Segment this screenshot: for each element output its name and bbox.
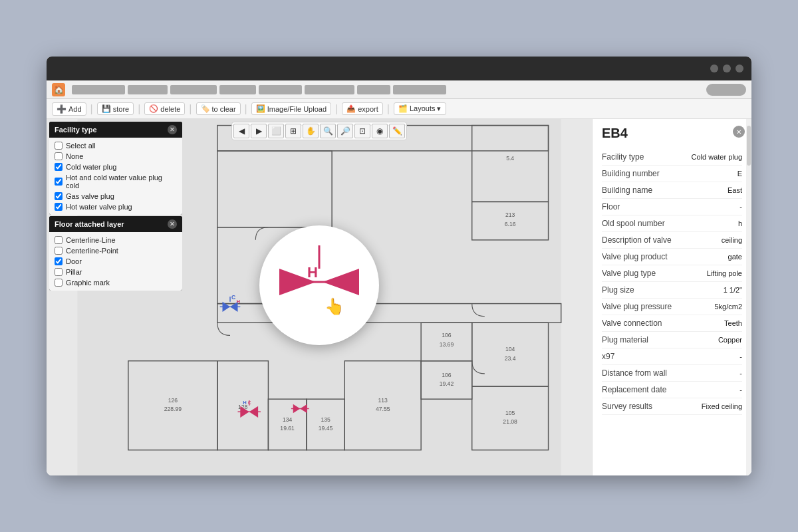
nav-zoom-in[interactable]: 🔍 [320, 124, 336, 138]
add-icon: ➕ [57, 104, 66, 114]
label-distance: Distance from wall [602, 368, 668, 378]
checkbox-none[interactable] [55, 152, 63, 160]
label-facility-type: Facility type [602, 152, 668, 162]
label-select-all: Select all [66, 142, 96, 150]
svg-text:126: 126 [168, 397, 178, 404]
value-building-number: E [737, 170, 742, 178]
label-description: Description of valve [602, 235, 672, 245]
checkbox-select-all[interactable] [55, 142, 63, 150]
info-row-building-name: Building name East [602, 182, 742, 199]
delete-icon: 🚫 [149, 104, 158, 113]
checkbox-cold-water[interactable] [55, 163, 63, 171]
svg-text:19.45: 19.45 [319, 425, 333, 432]
value-plug-size: 1 1/2" [724, 286, 742, 294]
value-x97: - [739, 352, 742, 360]
delete-button[interactable]: 🚫 delete [144, 102, 185, 115]
label-pillar: Pillar [66, 268, 82, 276]
checkbox-centerline-line[interactable] [55, 236, 63, 244]
label-floor: Floor [602, 202, 668, 211]
value-plug-pressure: 5kg/cm2 [714, 303, 742, 311]
layouts-button[interactable]: 🗂️ Layouts ▾ [394, 102, 446, 115]
info-row-facility-type: Facility type Cold water plug [602, 149, 742, 166]
value-valve-connection: Teeth [724, 319, 742, 327]
label-hot-water: Hot water valve plug [66, 203, 132, 211]
dot-2 [723, 65, 731, 72]
app-logo: 🏠 [52, 83, 65, 96]
sep-4: | [245, 103, 247, 115]
filter-item-hot-water: Hot water valve plug [53, 201, 178, 212]
checkbox-gas[interactable] [55, 192, 63, 200]
checkbox-centerline-point[interactable] [55, 247, 63, 255]
value-facility-type: Cold water plug [692, 153, 742, 161]
export-button[interactable]: 📤 export [342, 102, 383, 115]
info-row-valve-type: Valve plug type Lifting pole [602, 265, 742, 282]
scrollbar-track[interactable] [746, 119, 751, 475]
value-building-name: East [728, 186, 742, 194]
info-row-distance: Distance from wall - [602, 365, 742, 382]
nav-target[interactable]: ◉ [372, 124, 388, 138]
label-plug-pressure: Valve plug pressure [602, 302, 672, 311]
nav-grid[interactable]: ⊞ [285, 124, 301, 138]
nav-hand[interactable]: ✋ [303, 124, 319, 138]
store-button[interactable]: 💾 store [97, 102, 134, 115]
info-close-button[interactable]: ✕ [733, 126, 745, 138]
toolbar: ➕ Add | 💾 store | 🚫 delete | 🏷️ to clear… [47, 99, 751, 119]
svg-text:213: 213 [505, 211, 515, 218]
main-window: 🏠 ➕ Add | 💾 store | 🚫 delete | [47, 57, 751, 475]
store-icon: 💾 [102, 104, 111, 113]
value-valve-type: Lifting pole [707, 269, 742, 277]
nav-prev[interactable]: ◀ [233, 124, 249, 138]
nav-select[interactable]: ⬜ [268, 124, 284, 138]
add-button[interactable]: ➕ Add [52, 102, 86, 116]
facility-filter-close[interactable]: ✕ [168, 125, 177, 134]
svg-marker-60 [323, 269, 359, 295]
value-plug-material: Copper [718, 336, 742, 344]
label-none: None [66, 152, 83, 160]
label-valve-type: Valve plug type [602, 269, 668, 278]
value-floor: - [739, 203, 742, 211]
svg-text:H: H [243, 400, 247, 406]
info-panel: ✕ EB4 Facility type Cold water plug Buil… [592, 119, 751, 475]
label-valve-connection: Valve connection [602, 319, 668, 328]
value-description: ceiling [722, 236, 742, 244]
info-row-valve-connection: Valve connection Teeth [602, 315, 742, 332]
export-icon: 📤 [346, 104, 356, 113]
magnifier-svg: H 👆 [266, 232, 372, 338]
upload-button[interactable]: 🖼️ Image/File Upload [251, 102, 331, 115]
svg-text:106: 106 [442, 372, 452, 378]
svg-text:19.42: 19.42 [440, 380, 454, 387]
nav-next[interactable]: ▶ [251, 124, 267, 138]
checkbox-door[interactable] [55, 257, 63, 265]
filter-item-cold-water: Cold water plug [53, 162, 178, 172]
nav-edit[interactable]: ✏️ [389, 124, 405, 138]
nav-fit[interactable]: ⊡ [354, 124, 370, 138]
svg-text:23.4: 23.4 [505, 355, 516, 362]
nav-zoom-out[interactable]: 🔎 [337, 124, 353, 138]
sep-3: | [189, 103, 192, 115]
svg-text:113: 113 [378, 397, 388, 404]
filter-item-centerline-line: Centerline-Line [53, 235, 178, 245]
checkbox-hot-water[interactable] [55, 203, 63, 211]
svg-text:21.08: 21.08 [503, 418, 517, 425]
info-row-plug-material: Plug material Copper [602, 332, 742, 348]
content-area: 0.75 5.4 213 6.16 114 207.14 1 [47, 119, 751, 475]
facility-filter-header: Facility type ✕ [49, 122, 182, 138]
floor-filter-close[interactable]: ✕ [168, 219, 177, 229]
upload-icon: 🖼️ [256, 104, 265, 113]
title-bar [47, 57, 751, 80]
checkbox-graphic-mark[interactable] [55, 279, 63, 287]
info-row-description: Description of valve ceiling [602, 232, 742, 249]
map-area[interactable]: 0.75 5.4 213 6.16 114 207.14 1 [47, 119, 592, 475]
svg-text:106: 106 [442, 332, 452, 338]
filter-item-centerline-point: Centerline-Point [53, 245, 178, 256]
label-building-name: Building name [602, 186, 668, 195]
checkbox-hot-cold[interactable] [55, 178, 63, 186]
clear-button[interactable]: 🏷️ to clear [196, 102, 241, 115]
filter-item-door: Door [53, 256, 178, 267]
scrollbar-thumb[interactable] [747, 126, 751, 166]
window-controls [710, 65, 743, 72]
nav-toolbar: ◀ ▶ ⬜ ⊞ ✋ 🔍 🔎 ⊡ ◉ ✏️ [231, 122, 407, 140]
checkbox-pillar[interactable] [55, 268, 63, 276]
label-centerline-point: Centerline-Point [66, 247, 118, 255]
filter-item-hot-cold: Hot and cold water value plug cold [53, 172, 178, 191]
